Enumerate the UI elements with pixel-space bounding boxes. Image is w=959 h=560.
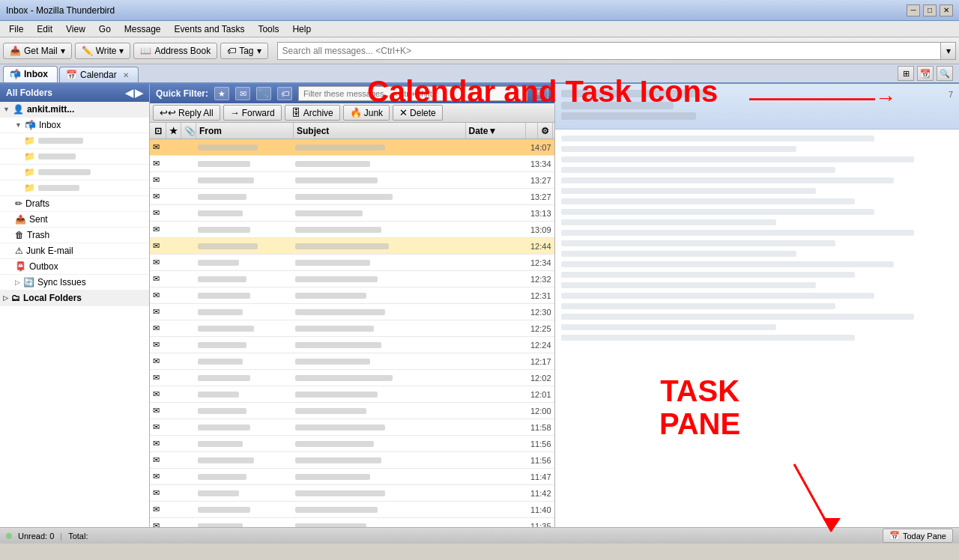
col-header-subject[interactable]: Subject xyxy=(294,123,466,139)
forward-icon: → xyxy=(230,107,240,118)
get-mail-dropdown-icon[interactable]: ▾ xyxy=(61,46,65,56)
col-header-flag[interactable]: ★ xyxy=(166,123,181,139)
qf-clear-button[interactable]: 🔍 xyxy=(533,87,548,100)
tag-icon: 🏷 xyxy=(227,46,236,56)
menu-edit[interactable]: Edit xyxy=(31,22,58,36)
search-dropdown-button[interactable]: ▾ xyxy=(941,42,956,60)
msg-icon: ✉ xyxy=(151,258,166,267)
menu-view[interactable]: View xyxy=(60,22,91,36)
msg-from xyxy=(196,291,294,300)
col-header-icon[interactable]: ⊡ xyxy=(151,123,166,139)
titlebar-controls: ─ □ ✕ xyxy=(907,4,953,16)
table-row[interactable]: ✉ 11:56 xyxy=(150,436,554,452)
columns-icon-button[interactable]: ⊞ xyxy=(898,66,914,81)
table-row[interactable]: ✉ 12:25 xyxy=(150,320,554,337)
reply-all-button[interactable]: ↩↩ Reply All xyxy=(153,105,220,121)
col-header-settings[interactable]: ⚙ xyxy=(538,123,553,139)
search-input[interactable] xyxy=(277,42,941,60)
col-header-date[interactable]: Date ▼ xyxy=(466,123,526,139)
folder-subfolder-4[interactable]: 📁 xyxy=(0,180,149,196)
expand-icon: ▼ xyxy=(15,121,22,129)
table-row[interactable]: ✉ 12:34 xyxy=(150,255,554,271)
table-row[interactable]: ✉ 12:01 xyxy=(150,386,554,403)
folder-outbox[interactable]: 📮 Outbox xyxy=(0,259,149,275)
col-header-attach[interactable]: 📎 xyxy=(181,123,196,139)
qf-star-button[interactable]: ★ xyxy=(214,87,229,100)
close-button[interactable]: ✕ xyxy=(940,4,953,16)
minimize-button[interactable]: ─ xyxy=(907,4,920,16)
table-row[interactable]: ✉ 12:00 xyxy=(150,403,554,419)
menu-file[interactable]: File xyxy=(3,22,29,36)
table-row[interactable]: ✉ 12:24 xyxy=(150,337,554,353)
forward-button[interactable]: → Forward xyxy=(223,105,282,121)
table-row[interactable]: ✉ 12:32 xyxy=(150,271,554,287)
tab-inbox[interactable]: 📬 Inbox xyxy=(3,66,58,82)
search-icon-button[interactable]: 🔍 xyxy=(937,66,953,81)
sidebar-next-button[interactable]: ▶ xyxy=(135,87,143,99)
expand-icon: ▷ xyxy=(3,294,8,302)
folder-junk[interactable]: ⚠ Junk E-mail xyxy=(0,243,149,259)
sidebar-prev-button[interactable]: ◀ xyxy=(125,87,133,99)
junk-button[interactable]: 🔥 Junk xyxy=(343,105,390,121)
table-row[interactable]: ✉ 13:09 xyxy=(150,222,554,238)
folder-inbox[interactable]: ▼ 📬 Inbox xyxy=(0,118,149,133)
write-dropdown-icon[interactable]: ▾ xyxy=(119,46,124,56)
qf-attach-button[interactable]: 📎 xyxy=(256,87,271,100)
folder-sync-issues[interactable]: ▷ 🔄 Sync Issues xyxy=(0,275,149,290)
delete-button[interactable]: ✕ Delete xyxy=(393,105,443,121)
menu-help[interactable]: Help xyxy=(286,22,317,36)
msg-from xyxy=(196,242,294,251)
folder-trash[interactable]: 🗑 Trash xyxy=(0,228,149,243)
menu-events-tasks[interactable]: Events and Tasks xyxy=(169,22,251,36)
table-row[interactable]: ✉ 13:34 xyxy=(150,156,554,172)
folder-account[interactable]: ▼ 👤 ankit.mitt... xyxy=(0,102,149,118)
table-row[interactable]: ✉ 11:56 xyxy=(150,452,554,469)
qf-tag-button[interactable]: 🏷 xyxy=(277,87,292,100)
filter-input[interactable] xyxy=(298,86,527,101)
table-row[interactable]: ✉ 12:31 xyxy=(150,287,554,304)
menu-message[interactable]: Message xyxy=(118,22,167,36)
address-book-button[interactable]: 📖 Address Book xyxy=(133,43,217,59)
folder-subfolder-1[interactable]: 📁 xyxy=(0,133,149,149)
msg-date: 11:56 xyxy=(493,456,553,465)
table-row[interactable]: ✉ 11:40 xyxy=(150,502,554,518)
tag-dropdown-icon[interactable]: ▾ xyxy=(257,46,261,56)
table-row[interactable]: ✉ 12:30 xyxy=(150,304,554,320)
table-row[interactable]: ✉ 14:07 xyxy=(150,139,554,156)
archive-button[interactable]: 🗄 Archive xyxy=(285,105,340,121)
table-row[interactable]: ✉ 13:27 xyxy=(150,172,554,189)
msg-date: 13:09 xyxy=(493,225,553,234)
msg-icon: ✉ xyxy=(151,274,166,284)
menu-go[interactable]: Go xyxy=(93,22,117,36)
tag-button[interactable]: 🏷 Tag ▾ xyxy=(220,43,267,59)
tab-calendar[interactable]: 📅 Calendar ✕ xyxy=(59,67,139,82)
today-pane-button[interactable]: 📅 Today Pane xyxy=(883,529,953,543)
table-row[interactable]: ✉ 12:17 xyxy=(150,353,554,370)
table-row[interactable]: ✉ 13:27 xyxy=(150,189,554,205)
qf-unread-button[interactable]: ✉ xyxy=(235,87,250,100)
folder-subfolder-2[interactable]: 📁 xyxy=(0,149,149,165)
folder-sent[interactable]: 📤 Sent xyxy=(0,212,149,228)
write-button[interactable]: ✏️ Write ▾ xyxy=(75,43,131,59)
folder-drafts[interactable]: ✏ Drafts xyxy=(0,196,149,212)
msg-date: 11:40 xyxy=(493,505,553,514)
folder-subfolder-3[interactable]: 📁 xyxy=(0,165,149,180)
table-row[interactable]: ✉ 13:13 xyxy=(150,205,554,222)
table-row[interactable]: ✉ 11:42 xyxy=(150,485,554,502)
write-icon: ✏️ xyxy=(82,46,93,56)
table-row[interactable]: ✉ 12:44 xyxy=(150,238,554,255)
calendar-task-icon-button[interactable]: 📆 xyxy=(917,66,934,81)
table-row[interactable]: ✉ 11:47 xyxy=(150,469,554,485)
table-row[interactable]: ✉ 12:02 xyxy=(150,370,554,386)
col-header-from[interactable]: From xyxy=(196,123,294,139)
msg-icon: ✉ xyxy=(151,142,166,152)
msg-from xyxy=(196,143,294,152)
menu-tools[interactable]: Tools xyxy=(252,22,285,36)
folder-local[interactable]: ▷ 🗂 Local Folders xyxy=(0,290,149,306)
msg-date: 14:07 xyxy=(493,143,553,152)
get-mail-button[interactable]: 📥 Get Mail ▾ xyxy=(3,43,72,59)
msg-from xyxy=(196,407,294,416)
table-row[interactable]: ✉ 11:58 xyxy=(150,419,554,436)
tab-calendar-close[interactable]: ✕ xyxy=(123,71,129,79)
maximize-button[interactable]: □ xyxy=(923,4,937,16)
